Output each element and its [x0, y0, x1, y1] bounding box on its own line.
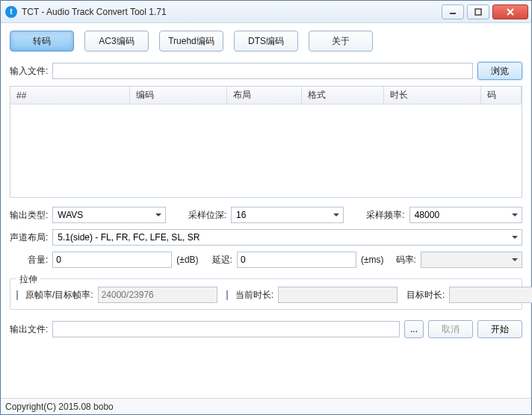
- bitrate-combo[interactable]: [421, 252, 522, 268]
- output-type-value: WAVS: [58, 210, 83, 220]
- svg-rect-1: [475, 9, 481, 15]
- sample-depth-combo[interactable]: 16: [231, 207, 344, 223]
- bitrate-label: 码率:: [396, 254, 416, 266]
- ms-unit-label: (±ms): [361, 255, 384, 265]
- tab-dts[interactable]: DTS编码: [234, 31, 298, 52]
- col-layout[interactable]: 布局: [227, 87, 302, 104]
- sample-rate-value: 48000: [415, 210, 439, 220]
- fps-checkbox[interactable]: [16, 290, 18, 300]
- target-duration-field[interactable]: [449, 287, 532, 303]
- current-duration-field[interactable]: [278, 287, 398, 303]
- input-file-label: 输入文件:: [10, 65, 48, 78]
- sample-rate-label: 采样频率:: [366, 209, 404, 222]
- delay-label: 延迟:: [212, 254, 232, 266]
- db-unit-label: (±dB): [176, 255, 198, 265]
- tab-about[interactable]: 关于: [309, 31, 373, 52]
- app-window: t TCT - Audio Track Convert Tool 1.71 转码…: [0, 0, 532, 415]
- col-index[interactable]: ##: [10, 87, 130, 104]
- sample-depth-label: 采样位深:: [188, 209, 226, 222]
- col-codec[interactable]: 编码: [130, 87, 227, 104]
- fps-ratio-field[interactable]: [98, 287, 217, 303]
- status-text: Copyright(C) 2015.08 bobo: [5, 402, 114, 412]
- stretch-group: 拉伸 原帧率/目标帧率: 当前时长: 目标时长:: [10, 278, 522, 310]
- app-icon: t: [5, 6, 17, 18]
- sample-depth-value: 16: [236, 210, 246, 220]
- col-bitrate[interactable]: 码: [481, 87, 522, 104]
- maximize-button[interactable]: [467, 4, 489, 19]
- channel-layout-combo[interactable]: 5.1(side) - FL, FR, FC, LFE, SL, SR: [52, 229, 522, 246]
- col-duration[interactable]: 时长: [384, 87, 481, 104]
- listview-header: ## 编码 布局 格式 时长 码: [10, 87, 522, 104]
- delay-field[interactable]: [237, 252, 356, 268]
- close-button[interactable]: [492, 4, 528, 19]
- start-button[interactable]: 开始: [477, 320, 522, 338]
- output-type-label: 输出类型:: [10, 209, 48, 222]
- channel-layout-label: 声道布局:: [10, 231, 48, 244]
- tab-truehd[interactable]: Truehd编码: [159, 31, 223, 52]
- volume-field[interactable]: [52, 252, 172, 268]
- tab-convert[interactable]: 转码: [10, 31, 74, 52]
- sample-rate-combo[interactable]: 48000: [409, 207, 522, 223]
- tabbar: 转码 AC3编码 Truehd编码 DTS编码 关于: [10, 31, 522, 52]
- volume-label: 音量:: [28, 254, 48, 266]
- stretch-legend: 拉伸: [16, 273, 40, 286]
- current-duration-label: 当前时长:: [235, 289, 273, 302]
- channel-layout-value: 5.1(side) - FL, FR, FC, LFE, SL, SR: [58, 232, 200, 243]
- fps-ratio-label: 原帧率/目标帧率:: [25, 289, 93, 302]
- current-duration-checkbox[interactable]: [226, 290, 228, 300]
- titlebar[interactable]: t TCT - Audio Track Convert Tool 1.71: [1, 1, 531, 23]
- cancel-button[interactable]: 取消: [428, 320, 473, 338]
- minimize-button[interactable]: [442, 4, 464, 19]
- tab-ac3[interactable]: AC3编码: [84, 31, 149, 52]
- input-file-field[interactable]: [52, 63, 473, 79]
- col-format[interactable]: 格式: [302, 87, 384, 104]
- track-listview[interactable]: ## 编码 布局 格式 时长 码: [10, 86, 522, 198]
- target-duration-label: 目标时长:: [406, 289, 445, 302]
- output-file-field[interactable]: [52, 321, 400, 337]
- client-area: 转码 AC3编码 Truehd编码 DTS编码 关于 输入文件: 浏览 ## 编…: [1, 23, 531, 398]
- output-type-combo[interactable]: WAVS: [52, 207, 165, 223]
- output-browse-button[interactable]: ...: [404, 320, 424, 338]
- browse-button[interactable]: 浏览: [477, 62, 522, 80]
- statusbar: Copyright(C) 2015.08 bobo: [1, 398, 531, 414]
- output-file-label: 输出文件:: [10, 323, 48, 336]
- window-title: TCT - Audio Track Convert Tool 1.71: [22, 7, 167, 17]
